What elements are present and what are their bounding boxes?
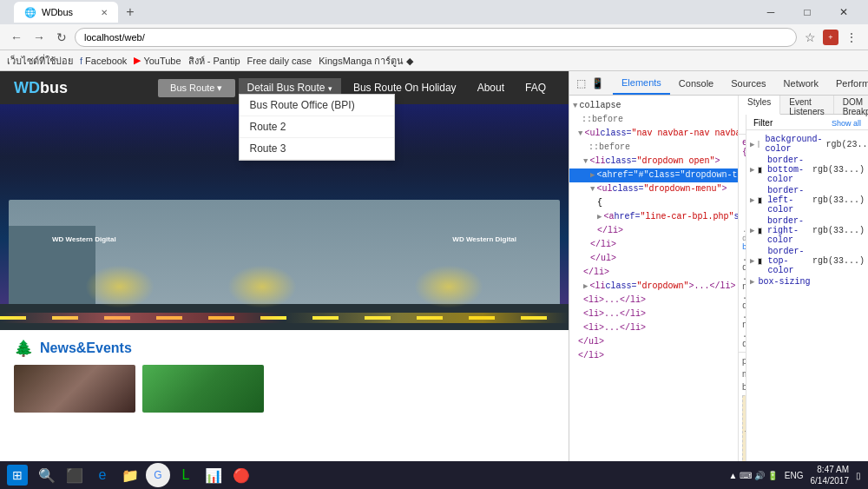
taskbar-search[interactable]: 🔍 [35, 463, 59, 487]
menu-btn[interactable]: ⋮ [842, 28, 861, 47]
tree-node-close-li2[interactable]: </li> [569, 238, 738, 252]
building-logo-1: WD Western Digital [52, 235, 116, 243]
tree-node-a-bpi[interactable]: ▶ <a href="line-car-bpl.php" style="colo… [569, 210, 738, 224]
computed-row-border-left: ▶ border-left-color rgb(33...) [750, 185, 865, 215]
bookmark-youtube[interactable]: ▶ YouTube [134, 55, 181, 66]
tree-node-close-li3[interactable]: </li> [569, 266, 738, 280]
tab-close-btn[interactable]: ✕ [101, 8, 108, 17]
computed-arrow-4: ▶ [750, 226, 754, 235]
computed-row-box-sizing: ▶ box-sizing [750, 276, 865, 287]
news-image-1[interactable] [14, 365, 135, 413]
taskbar-file-explorer[interactable]: 📁 [118, 463, 142, 487]
car-lights [0, 313, 569, 323]
tree-node-ul-dropdown[interactable]: ▼ <ul class="dropdown-menu"> [569, 182, 738, 196]
tree-node-li-more3[interactable]: <li>...</li> [569, 321, 738, 335]
about-link[interactable]: About [469, 78, 513, 97]
styles-tab-event[interactable]: Event Listeners [780, 96, 834, 114]
tree-node-collapse[interactable]: ▼ collapse [569, 99, 738, 113]
bookmark-sites[interactable]: เว็บไซต์ที่ใช้บ่อย [7, 53, 73, 69]
styles-computed-split: + element.style { color : [739, 115, 868, 470]
taskbar-line[interactable]: L [174, 463, 198, 487]
bookmark-facebook-label: Facebook [85, 56, 127, 66]
taskbar-clock: 8:47 AM 6/14/2017 [811, 464, 850, 486]
site-nav-links: Bus Route ▾ Detail Bus Route ▾ Bus Route… [158, 78, 555, 97]
taskbar-edge[interactable]: e [90, 463, 115, 487]
tree-node-close-li1[interactable]: </li> [569, 224, 738, 238]
tree-node-close-li4[interactable]: </li> [569, 349, 738, 363]
news-title: News&Events [40, 340, 132, 356]
dropdown-item-2[interactable]: Route 2 [240, 116, 394, 138]
taskbar-app1[interactable]: 📊 [201, 463, 226, 487]
new-tab-btn[interactable]: + [120, 2, 141, 23]
systray-icons: ▲ ⌨ 🔊 🔋 [729, 471, 778, 480]
reload-btn[interactable]: ↻ [52, 28, 71, 47]
dropdown-item-3[interactable]: Route 3 [240, 138, 394, 160]
computed-content[interactable]: ▶ background-color rgb(23...) ▶ border-b… [746, 130, 868, 291]
devtools-tab-console[interactable]: Console [670, 72, 722, 95]
light-glow-1 [85, 265, 155, 308]
styles-tab-styles[interactable]: Styles [739, 96, 780, 115]
styles-tabs: Styles Event Listeners DOM Breakpoints P… [739, 96, 868, 115]
bookmark-star[interactable]: ☆ [800, 28, 819, 47]
tree-node-close-ul[interactable]: </ul> [569, 252, 738, 266]
computed-swatch-border-left [758, 197, 762, 204]
clock-date: 6/14/2017 [811, 475, 850, 486]
styles-tab-dom[interactable]: DOM Breakpoints [834, 96, 868, 114]
style-close-brace: } [742, 207, 746, 216]
styles-content[interactable]: element.style { color : #fff ; } [739, 135, 746, 352]
bookmark-pantip[interactable]: สิงห์ - Pantip [188, 53, 240, 69]
devtools-tab-network[interactable]: Network [775, 72, 827, 95]
browser-window: 🌐 WDbus ✕ + ─ □ ✕ ← → ↻ ☆ + ⋮ เว็บไซต์ที… [0, 0, 868, 489]
tree-node-a-selected[interactable]: ▶ <a href="#" class="dropdown-toggle" st… [569, 169, 738, 182]
tab-title: WDbus [42, 7, 73, 17]
close-btn[interactable]: ✕ [826, 0, 861, 24]
taskbar-chrome[interactable]: G [146, 463, 170, 487]
show-desktop-btn[interactable]: ▯ [856, 471, 861, 480]
faq-link[interactable]: FAQ [516, 78, 555, 97]
taskbar-icons: 🔍 ⬛ e 📁 G L 📊 🔴 [35, 463, 253, 487]
bookmark-manga[interactable]: KingsManga การ์ตูน ◆ [319, 53, 413, 69]
news-header: 🌲 News&Events [14, 339, 555, 358]
tree-node-ul[interactable]: ▼ <ul class="nav navbar-nav navbar-right… [569, 127, 738, 141]
bookmark-facebook[interactable]: f Facebook [80, 56, 127, 66]
address-bar[interactable] [75, 28, 797, 47]
html-tree-panel[interactable]: ▼ collapse ::before ▼ <ul class="nav nav… [569, 96, 739, 470]
tree-node-li-dropdown[interactable]: ▼ <li class="dropdown open"> [569, 155, 738, 169]
site-navbar: WDbus Bus Route ▾ Detail Bus Route ▾ Bus… [0, 71, 569, 104]
clock-time: 8:47 AM [811, 464, 850, 475]
styles-panel: + element.style { color : [739, 115, 746, 470]
news-image-2[interactable] [142, 365, 264, 413]
tree-node-brace[interactable]: { [569, 196, 738, 210]
computed-swatch-border-top [758, 258, 762, 265]
devtools-tab-performance[interactable]: Performance [827, 72, 868, 95]
tree-node-before2[interactable]: ::before [569, 141, 738, 155]
tree-node-before1[interactable]: ::before [569, 113, 738, 127]
forward-btn[interactable]: → [30, 28, 49, 47]
taskbar-systray: ▲ ⌨ 🔊 🔋 ENG 8:47 AM 6/14/2017 ▯ [729, 464, 861, 486]
show-all-btn[interactable]: Show all [832, 119, 861, 128]
minimize-btn[interactable]: ─ [753, 0, 788, 24]
tree-node-li-dropdown2[interactable]: ▶ <li class="dropdown">...</li> [569, 280, 738, 294]
taskbar-task-view[interactable]: ⬛ [62, 463, 87, 487]
dropdown-item-bpi[interactable]: Bus Route Office (BPI) [240, 95, 394, 116]
tree-node-close-ul2[interactable]: </ul> [569, 335, 738, 349]
devtools-mobile-btn[interactable]: 📱 [591, 75, 604, 92]
tree-node-li-more1[interactable]: <li>...</li> [569, 294, 738, 307]
news-section: 🌲 News&Events [0, 330, 569, 421]
extensions-btn[interactable]: + [823, 30, 838, 45]
maximize-btn[interactable]: □ [790, 0, 825, 24]
devtools-tab-sources[interactable]: Sources [722, 72, 774, 95]
start-button[interactable]: ⊞ [7, 465, 28, 486]
computed-arrow-2: ▶ [750, 165, 754, 175]
tree-node-li-more2[interactable]: <li>...</li> [569, 307, 738, 321]
slide-btn[interactable]: Bus Route ▾ [158, 79, 234, 97]
bookmark-case[interactable]: Free daily case [247, 56, 312, 66]
style-prop-color[interactable]: color : #fff ; [742, 159, 746, 207]
browser-tab[interactable]: 🌐 WDbus ✕ [14, 2, 118, 23]
computed-arrow-1: ▶ [750, 140, 754, 149]
devtools-select-btn[interactable]: ⬚ [576, 75, 586, 92]
back-btn[interactable]: ← [7, 28, 26, 47]
devtools-tab-elements[interactable]: Elements [613, 72, 670, 95]
taskbar-app2[interactable]: 🔴 [229, 463, 253, 487]
devtools-right-panel: Styles Event Listeners DOM Breakpoints P… [739, 96, 868, 470]
